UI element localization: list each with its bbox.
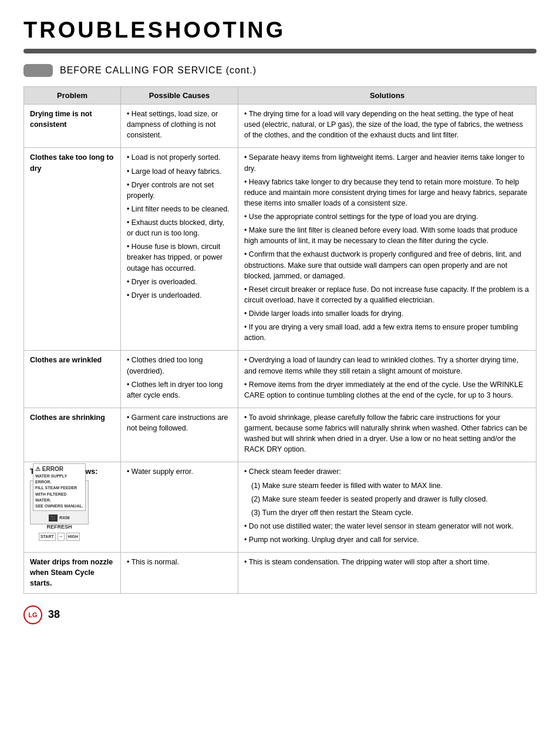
list-item: Check steam feeder drawer: (244, 466, 530, 477)
list-item: Make sure the lint filter is cleaned bef… (244, 225, 530, 246)
page-number: 38 (48, 608, 60, 621)
problem-cell: Drying time is not consistent (24, 105, 121, 148)
list-item: This is normal. (127, 557, 232, 567)
solutions-cell: To avoid shrinkage, please carefully fol… (238, 408, 537, 462)
footer: LG 38 (23, 605, 537, 624)
list-item: Confirm that the exhaust ductwork is pro… (244, 249, 530, 281)
solutions-cell: This is steam condensation. The dripping… (238, 553, 537, 593)
list-item: (3) Turn the dryer off then restart the … (244, 507, 530, 518)
list-item: Lint filter needs to be cleaned. (127, 204, 232, 214)
header-solutions: Solutions (238, 87, 537, 105)
list-item: House fuse is blown, circuit breaker has… (127, 241, 232, 273)
list-item: Do not use distilled water; the water le… (244, 521, 530, 531)
list-item: Heavy fabrics take longer to dry because… (244, 177, 530, 208)
display-buttons: START ··· HIGH (39, 533, 80, 541)
btn-start: START (39, 533, 56, 541)
error-text: WATER SUPPLY ERROR.FILL STEAM FEEDERWITH… (35, 473, 83, 509)
solutions-cell: Separate heavy items from lightweight it… (238, 148, 537, 351)
list-item: Large load of heavy fabrics. (127, 166, 232, 177)
list-item: This is steam condensation. The dripping… (244, 557, 530, 567)
problem-cell: Clothes take too long to dry (24, 148, 121, 351)
btn-high: HIGH (66, 533, 80, 541)
table-row: The display shows: ⚠ ERROR WATER SUPPLY … (24, 462, 537, 553)
list-item: The drying time for a load will vary dep… (244, 109, 530, 140)
list-item: Use the appropriate control settings for… (244, 211, 530, 222)
causes-cell: This is normal. (121, 553, 238, 593)
list-item: Overdrying a load of laundry can lead to… (244, 355, 530, 376)
causes-cell: Clothes dried too long (overdried). Clot… (121, 351, 238, 408)
header-problem: Problem (24, 87, 121, 105)
table-row: Drying time is not consistent Heat setti… (24, 105, 537, 148)
list-item: (2) Make sure steam feeder is seated pro… (244, 494, 530, 504)
causes-cell: Water supply error. (121, 462, 238, 553)
section-tag (23, 64, 53, 77)
list-item: Clothes dried too long (overdried). (127, 355, 232, 376)
problem-cell: Water drips from nozzle when Steam Cycle… (24, 553, 121, 593)
causes-cell: Load is not properly sorted. Large load … (121, 148, 238, 351)
solutions-cell: The drying time for a load will vary dep… (238, 105, 537, 148)
list-item: If you are drying a very small load, add… (244, 322, 530, 343)
list-item: Load is not properly sorted. (127, 152, 232, 163)
section-title-main: BEFORE CALLING FOR SERVICE (60, 65, 222, 75)
page-title: TROUBLESHOOTING (23, 18, 537, 43)
table-row: Clothes are wrinkled Clothes dried too l… (24, 351, 537, 408)
display-time: RX08 (59, 514, 70, 522)
causes-cell: Heat settings, load size, or dampness of… (121, 105, 238, 148)
section-title: BEFORE CALLING FOR SERVICE (cont.) (60, 65, 257, 76)
header-causes: Possible Causes (121, 87, 238, 105)
causes-cell: Garment care instructions are not being … (121, 408, 238, 462)
display-box: ⬛ (49, 514, 58, 522)
problem-cell: Clothes are wrinkled (24, 351, 121, 408)
list-item: Garment care instructions are not being … (127, 412, 232, 433)
display-image: ⚠ ERROR WATER SUPPLY ERROR.FILL STEAM FE… (30, 480, 89, 524)
list-item: (1) Make sure steam feeder is filled wit… (244, 480, 530, 491)
lg-logo: LG (23, 605, 42, 624)
section-title-sub: (cont.) (226, 65, 257, 75)
error-icon: ⚠ ERROR (35, 465, 83, 474)
table-row: Clothes take too long to dry Load is not… (24, 148, 537, 351)
list-item: Exhaust ducts blocked, dirty, or duct ru… (127, 217, 232, 238)
list-item: Heat settings, load size, or dampness of… (127, 109, 232, 140)
list-item: Remove items from the dryer immediately … (244, 379, 530, 401)
troubleshooting-table: Problem Possible Causes Solutions Drying… (23, 86, 537, 594)
list-item: Separate heavy items from lightweight it… (244, 152, 530, 173)
list-item: To avoid shrinkage, please carefully fol… (244, 412, 530, 455)
section-header: BEFORE CALLING FOR SERVICE (cont.) (23, 64, 537, 77)
btn-end: ··· (58, 533, 65, 541)
solutions-cell: Overdrying a load of laundry can lead to… (238, 351, 537, 408)
list-item: Dryer is overloaded. (127, 277, 232, 287)
list-item: Dryer is underloaded. (127, 290, 232, 301)
list-item: Pump not working. Unplug dryer and call … (244, 534, 530, 545)
problem-cell: The display shows: ⚠ ERROR WATER SUPPLY … (24, 462, 121, 553)
problem-cell: Clothes are shrinking (24, 408, 121, 462)
list-item: Water supply error. (127, 466, 232, 477)
refresh-label: REFRESH (46, 523, 72, 531)
list-item: Reset circuit breaker or replace fuse. D… (244, 284, 530, 305)
solutions-cell: Check steam feeder drawer: (1) Make sure… (238, 462, 537, 553)
list-item: Divide larger loads into smaller loads f… (244, 308, 530, 319)
title-bar (23, 49, 537, 53)
error-header: ⚠ ERROR WATER SUPPLY ERROR.FILL STEAM FE… (33, 463, 86, 511)
list-item: Clothes left in dryer too long after cyc… (127, 379, 232, 401)
table-row: Clothes are shrinking Garment care instr… (24, 408, 537, 462)
table-row: Water drips from nozzle when Steam Cycle… (24, 553, 537, 593)
list-item: Dryer controls are not set properly. (127, 180, 232, 201)
display-controls: ⬛ RX08 (49, 514, 70, 522)
